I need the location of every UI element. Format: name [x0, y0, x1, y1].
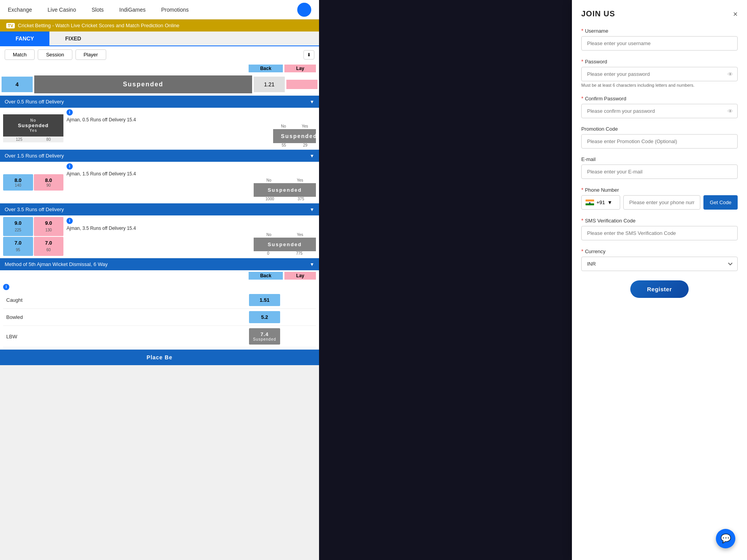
section-header-3-5[interactable]: Over 3.5 Runs off Delivery ▼	[0, 203, 319, 215]
nav-live-casino[interactable]: Live Casino	[47, 7, 76, 13]
join-us-modal: JOIN US × * Username * Password 👁 Must b…	[572, 0, 747, 560]
promotion-label: Promotion Code	[581, 126, 738, 132]
email-group: E-mail	[581, 156, 738, 179]
chevron-icon-1-5: ▼	[310, 153, 314, 159]
nav-indigames[interactable]: IndiGames	[119, 7, 146, 13]
nav-slots[interactable]: Slots	[91, 7, 103, 13]
no1-3-5[interactable]: 9.0 225	[3, 217, 33, 236]
no2-3-5[interactable]: 7.0 95	[3, 237, 33, 256]
password-required-star: *	[581, 58, 583, 65]
dropdown-arrow-icon: ▼	[607, 200, 612, 205]
right-block-3-5: i Ajman, 3.5 Runs off Delivery 15.4 No Y…	[63, 218, 316, 256]
wicket-chevron: ▼	[310, 262, 314, 267]
back-lay-header: Back Lay	[0, 63, 319, 74]
info-icon-3-5: i	[67, 218, 73, 224]
section-header-1-5[interactable]: Over 1.5 Runs off Delivery ▼	[0, 150, 319, 162]
yes-label-1-5: Yes	[297, 178, 303, 182]
register-button[interactable]: Register	[630, 280, 689, 298]
yes2-val-3-5: 7.0	[35, 240, 62, 246]
wkt-bowled: Bowled	[6, 314, 249, 320]
wicket-section: Method of 5th Ajman Wicket Dismissal, 6 …	[0, 258, 319, 349]
left-sub-0-5: 125 80	[3, 136, 63, 142]
filter-player[interactable]: Player	[75, 49, 106, 60]
currency-required-star: *	[581, 248, 583, 254]
section-header-0-5[interactable]: Over 0.5 Runs off Delivery ▼	[0, 96, 319, 108]
main-cell-2[interactable]: 1.21	[254, 77, 285, 92]
right-suspended-3-5: Suspended	[254, 238, 316, 251]
yes1-3-5[interactable]: 9.0 130	[34, 217, 64, 236]
close-button[interactable]: ×	[733, 10, 738, 18]
password-eye-icon[interactable]: 👁	[728, 71, 733, 77]
user-avatar[interactable]	[297, 3, 311, 17]
phone-label: * Phone Number	[581, 187, 738, 193]
right-no-3-5: 0	[267, 251, 269, 256]
tab-fancy[interactable]: FANCY	[0, 32, 49, 46]
no-label-r-0-5: No	[281, 124, 286, 128]
india-flag-icon	[586, 200, 594, 205]
confirm-password-input[interactable]	[581, 104, 738, 118]
wkt-caught-back[interactable]: 1.51	[249, 294, 280, 306]
right-cells-0-5: No Yes Suspended 55 29	[67, 124, 316, 147]
phone-input[interactable]	[623, 195, 700, 210]
wicket-section-header[interactable]: Method of 5th Ajman Wicket Dismissal, 6 …	[0, 258, 319, 270]
country-selector[interactable]: +91 ▼	[581, 195, 620, 210]
yes-val-1-5: 8.0	[35, 177, 62, 183]
modal-title: JOIN US	[581, 9, 615, 18]
tab-fixed[interactable]: FIXED	[49, 32, 96, 46]
wkt-bowled-back[interactable]: 5.2	[249, 311, 280, 323]
get-code-button[interactable]: Get Code	[703, 195, 738, 210]
promotion-code-input[interactable]	[581, 134, 738, 149]
left-row1-3-5: 9.0 225 9.0 130	[3, 217, 63, 236]
top-nav: Exchange Live Casino Slots IndiGames Pro…	[0, 0, 319, 19]
wicket-content: Back Lay i Caught 1.51 Bowled 5.2	[0, 270, 319, 349]
content-area: Back Lay 4 Suspended 1.21 Over 0.5 Runs …	[0, 63, 319, 365]
sms-code-input[interactable]	[581, 226, 738, 240]
confirm-password-group: * Confirm Password 👁	[581, 95, 738, 118]
banner-text: Cricket Betting - Watch Live Cricket Sco…	[18, 23, 179, 28]
no-sub-1-5: 140	[5, 183, 32, 187]
chat-bubble[interactable]: 💬	[716, 529, 735, 548]
confirm-eye-icon[interactable]: 👁	[728, 108, 733, 114]
yes2-3-5[interactable]: 7.0 60	[34, 237, 64, 256]
yes-val-0-5: 80	[46, 137, 51, 142]
no1-val-3-5: 9.0	[5, 220, 32, 226]
no-label-3-5: No	[267, 233, 272, 237]
section-row-0-5: No Suspended Yes 125 80 i Ajman, 0.5 Run…	[0, 108, 319, 149]
username-group: * Username	[581, 28, 738, 51]
nav-promotions[interactable]: Promotions	[161, 7, 189, 13]
wkt-lbw-back: 7.4 Suspended	[249, 328, 280, 345]
yes-sub-1-5: 90	[35, 183, 62, 187]
main-market-cells: 4 Suspended 1.21	[0, 74, 319, 95]
filter-session[interactable]: Session	[38, 49, 72, 60]
yes2-sub-3-5: 60	[46, 248, 51, 252]
nav-exchange[interactable]: Exchange	[8, 7, 32, 13]
wicket-info-icon: i	[3, 284, 9, 290]
email-input[interactable]	[581, 164, 738, 179]
username-input[interactable]	[581, 36, 738, 51]
place-bet-button[interactable]: Place Be	[0, 350, 319, 365]
password-input[interactable]	[581, 67, 738, 81]
currency-select[interactable]: INR USD EUR	[581, 257, 738, 271]
betting-tabs: FANCY FIXED	[0, 32, 319, 46]
right-yes-0-5: 29	[303, 143, 307, 147]
back-label: Back	[249, 65, 283, 72]
confirm-password-label: * Confirm Password	[581, 95, 738, 102]
confirm-required-star: *	[581, 95, 583, 102]
collapse-btn[interactable]: ⬇	[303, 50, 314, 60]
left-yes-1-5[interactable]: 8.0 90	[34, 174, 64, 191]
wicket-info-row: i	[3, 281, 316, 292]
section-over-3-5: Over 3.5 Runs off Delivery ▼ 9.0 225 9.0…	[0, 203, 319, 257]
filter-match[interactable]: Match	[5, 49, 35, 60]
right-suspended-1-5: Suspended	[254, 183, 316, 197]
banner: TV Cricket Betting - Watch Live Cricket …	[0, 19, 319, 32]
no-label-1-5: No	[267, 178, 272, 182]
password-label-text: Password	[585, 59, 607, 65]
right-cells-1-5: No Yes Suspended 1000 375	[67, 178, 316, 201]
wkt-row-bowled: Bowled 5.2	[3, 309, 316, 326]
main-cell-1[interactable]: 4	[2, 77, 33, 92]
no-val-1-5: 8.0	[5, 177, 32, 183]
right-block-1-5: i Ajman, 1.5 Runs off Delivery 15.4 No Y…	[63, 163, 316, 201]
wkt-row-lbw: LBW 7.4 Suspended	[3, 326, 316, 347]
left-no-1-5[interactable]: 8.0 140	[3, 174, 33, 191]
no-yes-labels-3-5: No Yes	[254, 233, 316, 237]
